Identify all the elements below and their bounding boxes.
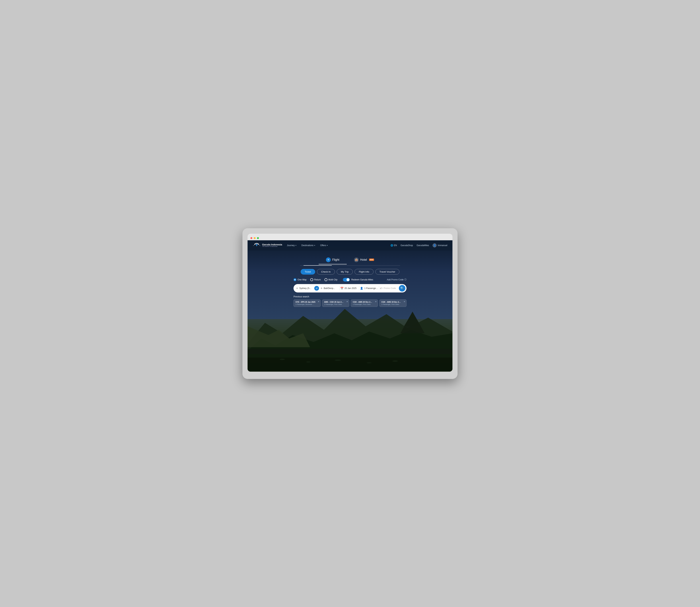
svg-point-2 <box>280 359 285 360</box>
promo-field[interactable]: 🏷 Promo Code <box>380 287 398 290</box>
radio-multicity[interactable]: Multi City <box>325 278 337 281</box>
prev-card-3[interactable]: CGK - AMS 20 Dec 2024 1 Passenger, First… <box>351 299 378 307</box>
prev-card-1[interactable]: SYD - DPS 20 Jan 2025 1 Passenger, Busin… <box>293 299 321 307</box>
radio-multicity-circle <box>325 278 327 281</box>
from-field[interactable]: ✈ Sydney (S... <box>296 287 314 290</box>
journey-chevron-icon: ▾ <box>296 245 297 246</box>
info-icon: ⓘ <box>404 278 407 281</box>
date-field[interactable]: 📅 20 Jan 2025 <box>340 287 358 290</box>
language-button[interactable]: 🌐 EN <box>391 244 397 247</box>
flight-tab-icon: ✈ <box>326 257 331 262</box>
sub-tabs: Ticket Check-In My Trip Flight Info Trav… <box>301 269 399 275</box>
sub-tab-checkin[interactable]: Check-In <box>317 269 335 275</box>
garuda-miles-link[interactable]: GarudaMiles <box>417 244 429 247</box>
prev-card-3-close[interactable]: ✕ <box>375 301 377 303</box>
prev-card-1-close[interactable]: ✕ <box>318 301 320 303</box>
prev-card-4[interactable]: CGK - AMS 19 Dec 2024 1 Passenger, First… <box>379 299 407 307</box>
brand-text: Garuda Indonesia The Airline of Indonesi… <box>262 244 282 247</box>
redeem-miles-toggle[interactable] <box>343 278 350 281</box>
toggle-thumb <box>347 278 349 281</box>
sub-tab-flightinfo[interactable]: Flight Info <box>354 269 373 275</box>
svg-point-6 <box>392 360 398 362</box>
previous-search-cards: SYD - DPS 20 Jan 2025 1 Passenger, Busin… <box>293 299 407 307</box>
nav-offers[interactable]: Offers ▾ <box>320 244 328 247</box>
sub-tab-ticket[interactable]: Ticket <box>301 269 315 275</box>
garuda-bird-icon <box>253 243 261 248</box>
navbar-left: Garuda Indonesia The Airline of Indonesi… <box>253 243 328 248</box>
previous-search-title: Previous search <box>293 295 407 298</box>
search-bar: ✈ Sydney (S... ⇄ ✈ Bali/Denp... 📅 20 Jan… <box>293 284 407 292</box>
offers-chevron-icon: ▾ <box>327 245 328 246</box>
to-field[interactable]: ✈ Bali/Denp... <box>319 287 339 290</box>
user-avatar-icon: 👤 <box>433 244 437 247</box>
previous-search-section: Previous search SYD - DPS 20 Jan 2025 1 … <box>293 295 407 307</box>
svg-rect-1 <box>247 349 453 354</box>
add-promo-button[interactable]: Add Promo Code ⓘ <box>387 278 407 281</box>
radio-oneway-circle <box>293 278 297 281</box>
main-window: Garuda Indonesia The Airline of Indonesi… <box>247 240 453 372</box>
search-button[interactable]: 🔍 <box>399 285 406 292</box>
prev-card-2[interactable]: AMS - CGK 20 Jan 2025 1 Passenger, First… <box>322 299 349 307</box>
sub-tab-mytrip[interactable]: My Trip <box>337 269 353 275</box>
navbar-right: 🌐 EN GarudaShop GarudaMiles 👤 Immanuel <box>391 244 447 247</box>
destinations-chevron-icon: ▾ <box>314 245 315 246</box>
tab-hotel[interactable]: 🏨 Hotel NEW <box>347 256 381 264</box>
to-plane-icon: ✈ <box>321 287 323 290</box>
main-tabs: ✈ Flight 🏨 Hotel NEW <box>319 256 381 264</box>
user-button[interactable]: 👤 Immanuel <box>433 244 447 247</box>
passenger-field[interactable]: 👤 1 Passenger, Business <box>360 287 378 290</box>
nav-journey[interactable]: Journey ▾ <box>287 244 297 247</box>
redeem-miles-toggle-container: Redeem Garuda Miles <box>343 278 373 281</box>
calendar-icon: 📅 <box>340 287 344 290</box>
tab-active-indicator <box>304 265 332 266</box>
garuda-shop-link[interactable]: GarudaShop <box>400 244 413 247</box>
close-dot[interactable] <box>250 237 252 239</box>
swap-button[interactable]: ⇄ <box>314 286 319 291</box>
radio-return-circle <box>310 278 313 281</box>
device-frame: Garuda Indonesia The Airline of Indonesi… <box>242 228 458 379</box>
radio-return[interactable]: Return <box>310 278 321 281</box>
brand-tagline: The Airline of Indonesia <box>262 246 282 247</box>
minimize-dot[interactable] <box>254 237 256 239</box>
browser-chrome <box>247 234 453 240</box>
sub-tab-voucher[interactable]: Travel Voucher <box>375 269 399 275</box>
from-plane-icon: ✈ <box>296 287 298 290</box>
trip-type-row: One Way Return Multi City Redeem Garuda … <box>293 278 407 281</box>
svg-point-4 <box>335 360 341 361</box>
navbar: Garuda Indonesia The Airline of Indonesi… <box>247 240 453 251</box>
svg-point-3 <box>306 361 310 362</box>
maximize-dot[interactable] <box>257 237 259 239</box>
hotel-new-badge: NEW <box>369 258 374 261</box>
prev-card-2-close[interactable]: ✕ <box>346 301 348 303</box>
globe-icon: 🌐 <box>391 244 393 247</box>
promo-tag-icon: 🏷 <box>380 287 382 290</box>
hotel-tab-icon: 🏨 <box>354 257 359 262</box>
svg-point-7 <box>256 244 257 246</box>
radio-oneway[interactable]: One Way <box>293 278 307 281</box>
content-area: ✈ Flight 🏨 Hotel NEW Ticket Check-In My … <box>247 251 453 307</box>
passenger-icon: 👤 <box>360 287 363 290</box>
garuda-logo[interactable]: Garuda Indonesia The Airline of Indonesi… <box>253 243 282 248</box>
prev-card-4-close[interactable]: ✕ <box>403 301 405 303</box>
nav-destinations[interactable]: Destinations ▾ <box>301 244 315 247</box>
tab-flight[interactable]: ✈ Flight <box>319 256 347 264</box>
svg-point-5 <box>367 362 372 363</box>
